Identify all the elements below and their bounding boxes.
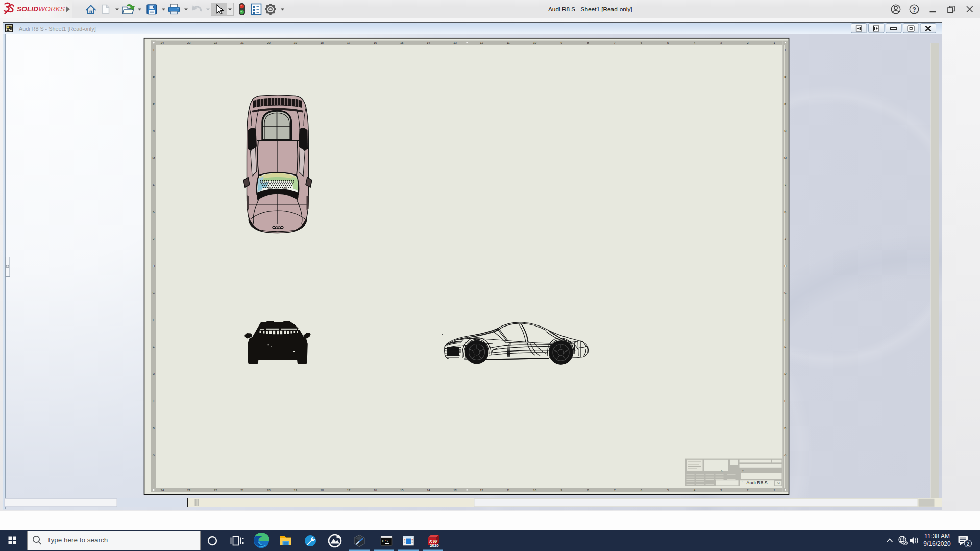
svg-text:B: B xyxy=(153,427,155,430)
svg-text:J: J xyxy=(785,237,786,240)
svg-text:T: T xyxy=(153,48,155,52)
svg-text:B: B xyxy=(784,427,786,430)
svg-text:R: R xyxy=(153,76,155,79)
svg-text:T: T xyxy=(785,48,787,52)
svg-text:A: A xyxy=(153,453,155,456)
svg-text:N: N xyxy=(153,130,155,133)
svg-text:H: H xyxy=(784,264,786,267)
svg-text:N: N xyxy=(784,130,786,133)
svg-text:Audi R8 S: Audi R8 S xyxy=(746,480,767,485)
svg-text:?: ? xyxy=(912,6,916,13)
svg-text:A: A xyxy=(784,453,786,456)
svg-text:D: D xyxy=(153,372,155,375)
svg-text:G: G xyxy=(153,291,155,294)
svg-text:F: F xyxy=(153,318,155,321)
svg-text:C:\: C:\ xyxy=(382,539,389,543)
svg-text:SOLIDWORKS: SOLIDWORKS xyxy=(17,5,65,13)
svg-text:G: G xyxy=(784,291,787,294)
svg-text:K: K xyxy=(784,210,786,213)
svg-text:E: E xyxy=(153,345,155,348)
svg-text:M: M xyxy=(784,157,787,160)
svg-text:C: C xyxy=(153,399,155,403)
svg-text:R: R xyxy=(784,76,786,79)
svg-text:H: H xyxy=(153,264,155,267)
svg-text:M: M xyxy=(153,157,155,160)
svg-text:T: T xyxy=(742,470,744,473)
svg-text:2020: 2020 xyxy=(430,543,439,548)
svg-text:J: J xyxy=(153,237,155,240)
svg-text:F: F xyxy=(785,318,787,321)
svg-text:2: 2 xyxy=(967,541,970,547)
svg-text:P: P xyxy=(153,103,155,106)
svg-text:C: C xyxy=(784,399,786,403)
svg-text:E: E xyxy=(784,345,786,348)
svg-text:K: K xyxy=(153,210,155,213)
svg-text:P: P xyxy=(784,103,786,106)
svg-text:A2: A2 xyxy=(777,482,780,484)
svg-text:D: D xyxy=(784,372,786,375)
